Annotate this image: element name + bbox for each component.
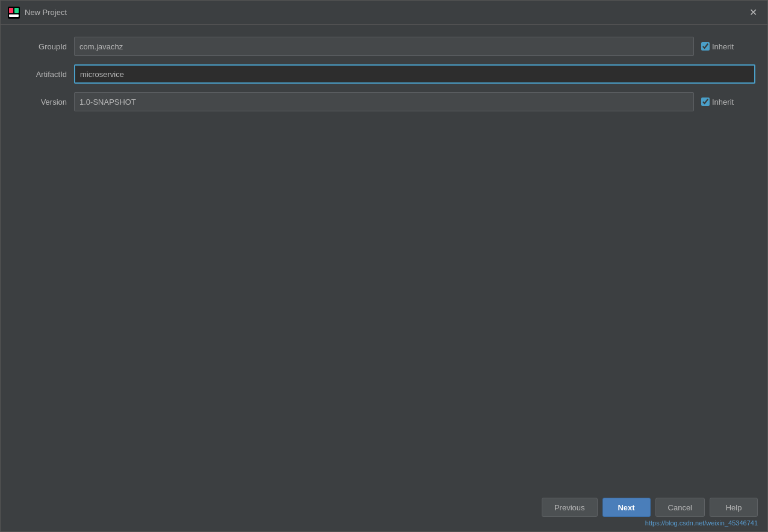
artifact-id-input-group bbox=[74, 64, 755, 84]
version-label: Version bbox=[13, 97, 67, 107]
group-id-inherit-group: Inherit bbox=[701, 42, 755, 51]
footer: Previous Next Cancel Help https://blog.c… bbox=[1, 483, 767, 531]
group-id-input[interactable] bbox=[74, 37, 694, 56]
svg-rect-2 bbox=[14, 8, 19, 13]
group-id-label: GroupId bbox=[13, 42, 67, 51]
window-title: New Project bbox=[25, 8, 67, 17]
title-bar-left: New Project bbox=[8, 7, 67, 19]
group-id-row: GroupId Inherit bbox=[13, 37, 755, 56]
next-button[interactable]: Next bbox=[602, 498, 651, 517]
version-input[interactable] bbox=[74, 92, 694, 111]
new-project-window: New Project ✕ GroupId Inherit ArtifactId… bbox=[0, 0, 768, 532]
version-row: Version Inherit bbox=[13, 92, 755, 111]
artifact-id-label: ArtifactId bbox=[13, 70, 67, 79]
svg-rect-3 bbox=[9, 14, 19, 17]
content-area: GroupId Inherit ArtifactId Version bbox=[1, 25, 767, 483]
content-spacer bbox=[13, 120, 755, 483]
artifact-id-input[interactable] bbox=[74, 64, 755, 84]
group-id-inherit-label: Inherit bbox=[712, 42, 734, 51]
version-input-group bbox=[74, 92, 694, 111]
close-button[interactable]: ✕ bbox=[746, 5, 760, 20]
artifact-id-row: ArtifactId bbox=[13, 64, 755, 84]
app-icon bbox=[8, 7, 20, 19]
version-inherit-checkbox[interactable] bbox=[701, 97, 710, 106]
cancel-button[interactable]: Cancel bbox=[655, 498, 705, 517]
help-button[interactable]: Help bbox=[710, 498, 758, 517]
group-id-inherit-checkbox[interactable] bbox=[701, 42, 710, 51]
svg-rect-1 bbox=[9, 8, 13, 13]
footer-link[interactable]: https://blog.csdn.net/weixin_45346741 bbox=[645, 519, 758, 527]
version-inherit-group: Inherit bbox=[701, 97, 755, 107]
previous-button[interactable]: Previous bbox=[542, 498, 598, 517]
title-bar: New Project ✕ bbox=[1, 1, 767, 25]
version-inherit-label: Inherit bbox=[712, 97, 734, 107]
group-id-input-group bbox=[74, 37, 694, 56]
